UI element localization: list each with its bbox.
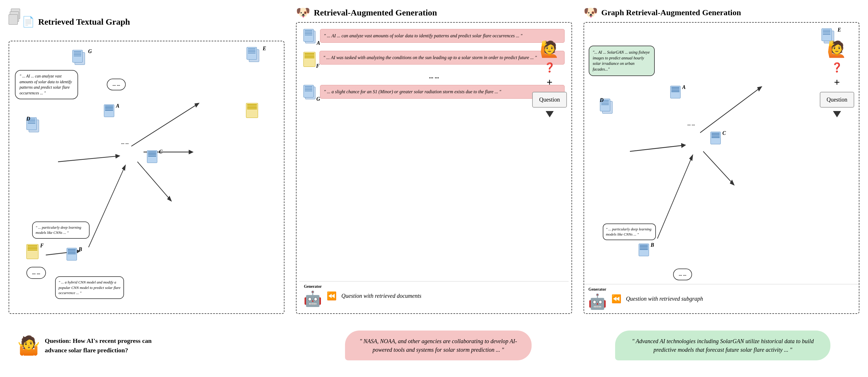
- plus-mid: +: [547, 76, 553, 88]
- ellipsis-ae: ... ...: [107, 78, 126, 90]
- right-ellipsis-bubble: ... ...: [673, 269, 692, 280]
- arrow-down-mid: [546, 111, 554, 117]
- right-node-e-label: E: [838, 27, 841, 33]
- node-e-label: E: [262, 45, 266, 52]
- right-node-c-doc: C: [710, 132, 721, 146]
- question-mark-mid: ❓: [544, 62, 555, 73]
- middle-panel: 🐶 Retrieval-Augmented Generation A: [296, 6, 572, 314]
- plus-right: +: [834, 76, 840, 88]
- svg-line-0: [58, 156, 119, 162]
- generator-robot-right: 🤖: [588, 293, 607, 310]
- arrow-down-right: [833, 111, 841, 117]
- double-arrow-left-right: ⏪: [611, 294, 621, 304]
- retrieved-docs-label: Question with retrieved documents: [341, 293, 422, 299]
- left-panel-box: G E " ... AI ... can analyze vast amount…: [9, 41, 284, 314]
- bottom-right: " Advanced AI technologies including Sol…: [586, 331, 859, 360]
- node-b-label: B: [79, 247, 82, 252]
- rag-doc-g-text: " ... a slight chance for an S1 (Minor) …: [320, 85, 564, 99]
- right-panel-emoji: 🐶: [584, 6, 598, 19]
- right-panel-header: 🐶 Graph Retrieval-Augmented Generation: [584, 6, 859, 19]
- rag-doc-f-text: " ... AI was tasked with analyzing the c…: [319, 51, 564, 65]
- generator-label-mid: Generator: [304, 284, 322, 289]
- question-person-right: 🙋: [827, 40, 847, 59]
- node-e-doc: E: [247, 47, 261, 64]
- bottom-middle: " NASA, NOAA, and other agencies are col…: [302, 331, 575, 360]
- right-node-b-label: B: [651, 242, 654, 248]
- middle-panel-emoji: 🐶: [296, 6, 310, 19]
- bottom-section: 🤷 Question: How AI's recent progress can…: [9, 320, 859, 371]
- node-g-doc: G: [72, 50, 87, 67]
- middle-panel-title: Retrieval-Augmented Generation: [314, 8, 437, 18]
- left-panel-title: Retrieved Textual Graph: [38, 17, 130, 27]
- bubble-deep-learning: " ... particularly deep learning models …: [32, 221, 90, 239]
- svg-line-7: [700, 87, 761, 132]
- right-main-bubble: "... AI ... SolarGAN ... using fisheye i…: [589, 45, 655, 76]
- bottom-question-text: Question: How AI's recent progress can a…: [45, 336, 165, 355]
- generator-label-right: Generator: [588, 287, 606, 292]
- retrieved-subgraph-label: Question with retrieved subgraph: [626, 295, 703, 302]
- left-panel: 📄 Retrieved Textual Graph: [9, 6, 284, 314]
- right-d-bubble: " ... particularly deep learning models …: [603, 223, 656, 240]
- question-box-mid: Question: [532, 92, 567, 107]
- right-panel-box: E "... AI ... SolarGAN ... using fisheye…: [584, 22, 859, 314]
- node-d-doc: D: [26, 117, 41, 134]
- svg-line-2: [137, 162, 171, 200]
- middle-panel-box: A " ... AI ... can analyze vast amounts …: [296, 22, 572, 314]
- node-c-label: C: [159, 149, 162, 155]
- right-panel-title: Graph Retrieval-Augmented Generation: [601, 8, 741, 17]
- node-a-label: A: [116, 103, 119, 109]
- bubble-hybrid-cnn: " ... a hybrid CNN model and modify a po…: [55, 276, 124, 299]
- svg-line-9: [657, 156, 692, 239]
- node-f-doc: F: [26, 244, 38, 260]
- right-node-b-doc: B: [639, 244, 649, 257]
- bottom-left: 🤷 Question: How AI's recent progress can…: [9, 335, 290, 356]
- right-node-a-label: A: [682, 84, 686, 90]
- node-f-label: F: [40, 243, 43, 249]
- generator-robot-mid: 🤖: [303, 290, 322, 308]
- node-g-label: G: [88, 49, 92, 55]
- double-arrow-left-mid: ⏪: [327, 291, 337, 301]
- rag-node-f-label: F: [316, 63, 319, 69]
- bottom-answer-right: " Advanced AI technologies including Sol…: [615, 331, 830, 360]
- svg-line-1: [131, 103, 198, 146]
- left-panel-icon: 📄: [22, 16, 35, 28]
- svg-line-6: [630, 145, 685, 152]
- ellipsis-mid: ... ...: [121, 140, 129, 145]
- node-yellow-doc: [246, 103, 258, 119]
- right-node-d-label: D: [600, 97, 603, 103]
- rag-doc-a-text: " ... AI ... can analyze vast amounts of…: [320, 29, 564, 43]
- left-panel-header: 📄 Retrieved Textual Graph: [22, 16, 130, 28]
- question-mark-right: ❓: [831, 62, 843, 73]
- right-ellipsis-mid: ... ...: [687, 122, 695, 127]
- bubble-ai-analyze: " ... AI ... can analyze vast amounts of…: [15, 70, 78, 99]
- rag-ellipsis: ... ...: [299, 72, 568, 81]
- node-c-doc: C: [147, 150, 157, 164]
- svg-line-8: [703, 152, 733, 185]
- ellipsis-bottom-left: ... ...: [26, 267, 46, 279]
- right-node-d-doc: D: [600, 99, 614, 115]
- bottom-question-icon: 🤷: [17, 335, 40, 356]
- middle-panel-header: 🐶 Retrieval-Augmented Generation: [296, 6, 572, 19]
- node-d-label: D: [26, 116, 30, 122]
- svg-line-4: [89, 165, 125, 247]
- rag-node-g-label: G: [316, 96, 320, 102]
- node-a-doc: A: [104, 104, 114, 118]
- right-panel: 🐶 Graph Retrieval-Augmented Generation: [584, 6, 859, 314]
- question-box-right: Question: [820, 92, 854, 107]
- rag-node-a-label: A: [317, 40, 320, 46]
- node-b-doc: B: [67, 248, 77, 262]
- right-node-a-doc: A: [670, 86, 681, 100]
- bottom-answer-middle: " NASA, NOAA, and other agencies are col…: [345, 331, 532, 360]
- right-node-c-label: C: [722, 130, 726, 136]
- question-person-mid: 🙋: [539, 40, 559, 59]
